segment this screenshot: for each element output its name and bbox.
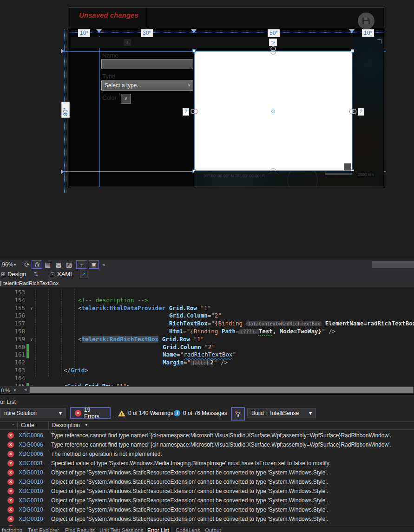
code-line[interactable]: 164 xyxy=(0,375,414,383)
design-horizontal-scrollbar[interactable] xyxy=(372,261,414,268)
snaplines-button[interactable]: + xyxy=(76,260,87,269)
column-splitter-icon[interactable] xyxy=(191,29,197,33)
margin-top-chain-icon[interactable] xyxy=(270,46,276,55)
messages-filter-button[interactable]: i 0 of 76 Messages xyxy=(170,408,231,419)
tab-xaml[interactable]: XAML xyxy=(57,269,73,279)
margin-left-value[interactable]: 2 xyxy=(183,108,189,116)
warnings-filter-button[interactable]: ! 0 of 140 Warnings xyxy=(114,408,177,419)
code-line[interactable]: 155∨<telerik:HtmlDataProvider Grid.Row="… xyxy=(0,305,414,312)
name-textbox[interactable] xyxy=(101,59,193,69)
color-combobox[interactable]: ˅ xyxy=(121,94,131,104)
scope-filter-dropdown[interactable]: ntire Solution ▾ xyxy=(0,408,66,418)
errors-filter-button[interactable]: ✕ 19 Errors xyxy=(70,407,111,419)
code-line[interactable]: 159∨<telerik:RadRichTextBox Grid.Row="1" xyxy=(0,336,414,344)
error-description[interactable]: Object of type 'System.Windows.StaticRes… xyxy=(51,479,328,485)
error-code[interactable]: XDG0006 xyxy=(19,432,43,439)
column-splitter-icon[interactable] xyxy=(96,29,102,33)
error-description[interactable]: Specified value of type 'System.Windows.… xyxy=(51,460,330,467)
error-table-row[interactable]: ✕XDG0010Object of type 'System.Windows.S… xyxy=(0,514,414,524)
error-description[interactable]: Object of type 'System.Windows.StaticRes… xyxy=(51,506,328,513)
sort-priority-icon[interactable]: ⁼ xyxy=(12,423,14,428)
margin-top-auto[interactable]: ∿ xyxy=(269,39,277,46)
grid-options-icon[interactable]: ▩ xyxy=(55,260,61,269)
editor-zoom-value[interactable]: 0 % xyxy=(1,386,10,395)
error-table-row[interactable]: ✕XDG0031Specified value of type 'System.… xyxy=(0,459,414,468)
row-splitter-icon[interactable] xyxy=(61,49,64,53)
snap-to-grid-button[interactable]: ▣ xyxy=(89,260,99,269)
error-code[interactable]: XDG0010 xyxy=(19,488,43,494)
add-folder-icon[interactable]: + xyxy=(124,39,131,46)
error-table-row[interactable]: ✕XDG0006Type reference cannot find type … xyxy=(0,440,414,449)
error-code[interactable]: XDG0010 xyxy=(19,469,43,476)
checker-background-icon[interactable]: ▨ xyxy=(66,260,72,269)
bottom-tab-test-explorer[interactable]: Test Explorer xyxy=(26,527,61,532)
error-table-row[interactable]: ✕XDG0006The method or operation is not i… xyxy=(0,449,414,459)
error-description[interactable]: Object of type 'System.Windows.StaticRes… xyxy=(51,469,328,476)
fold-collapse-icon[interactable]: ∨ xyxy=(30,336,33,343)
code-line[interactable]: 161Name="radRichTextBox" xyxy=(0,351,414,359)
bottom-tab-factoring[interactable]: factoring xyxy=(0,527,24,532)
editor-hscroll-track[interactable] xyxy=(29,387,414,393)
column-header-code[interactable]: Code xyxy=(21,422,34,428)
editor-hscroll-thumb[interactable] xyxy=(30,387,413,393)
selection-handle[interactable] xyxy=(192,49,196,52)
fold-collapse-icon[interactable]: ∨ xyxy=(30,305,33,312)
code-line[interactable]: 158Html="{Binding Path=(???).Test, Mode=… xyxy=(0,328,414,336)
error-table-row[interactable]: ✕XDG0010Object of type 'System.Windows.S… xyxy=(0,477,414,487)
error-table-row[interactable]: ✕XDG0010Object of type 'System.Windows.S… xyxy=(0,487,414,496)
error-code[interactable]: XDG0010 xyxy=(19,506,43,513)
column-size-label[interactable]: 10* xyxy=(78,29,90,37)
row-size-label[interactable]: 80* xyxy=(62,102,70,118)
column-header-description[interactable]: Description xyxy=(52,422,80,428)
zoom-caret-icon[interactable]: ▾ xyxy=(14,260,16,269)
code-line[interactable]: 163</Grid> xyxy=(0,367,414,375)
code-line[interactable]: 162Margin="[all:]2" /> xyxy=(0,359,414,367)
column-size-label[interactable]: 10* xyxy=(362,29,374,37)
bottom-tab-find-results[interactable]: Find Results xyxy=(63,527,97,532)
error-description[interactable]: Object of type 'System.Windows.StaticRes… xyxy=(51,516,328,522)
margin-right-value[interactable]: 2 xyxy=(358,108,364,116)
save-button[interactable] xyxy=(358,13,375,29)
error-description[interactable]: Object of type 'System.Windows.StaticRes… xyxy=(51,497,328,504)
error-table-row[interactable]: ✕XDG0010Object of type 'System.Windows.S… xyxy=(0,496,414,505)
error-code[interactable]: XDG0031 xyxy=(19,460,43,467)
error-description[interactable]: Type reference cannot find type named '{… xyxy=(51,432,391,439)
error-description[interactable]: Object of type 'System.Windows.StaticRes… xyxy=(51,488,328,494)
bottom-tab-unit-test-sessions[interactable]: Unit Test Sessions xyxy=(98,527,145,532)
error-code[interactable]: XDG0006 xyxy=(19,451,43,457)
column-size-label[interactable]: 30* xyxy=(141,29,153,37)
row-splitter-icon[interactable] xyxy=(61,169,64,174)
bottom-tab-output[interactable]: Output xyxy=(203,527,223,532)
bottom-tab-error-list[interactable]: Error List xyxy=(145,527,171,532)
source-filter-dropdown[interactable]: Build + IntelliSense ▾ xyxy=(247,408,316,418)
error-code[interactable]: XDG0006 xyxy=(19,441,43,448)
error-code[interactable]: XDG0010 xyxy=(19,479,43,485)
scroll-left-icon[interactable]: ◄ xyxy=(23,387,27,392)
code-line[interactable]: 157RichTextBox="{Binding DataContext=Rad… xyxy=(0,320,414,328)
show-grid-icon[interactable]: ▦ xyxy=(45,260,51,269)
filter-button[interactable] xyxy=(231,407,245,421)
error-table-row[interactable]: ✕XDG0010Object of type 'System.Windows.S… xyxy=(0,505,414,514)
selection-handle[interactable] xyxy=(351,49,354,52)
refresh-icon[interactable]: ⟳ xyxy=(24,260,30,269)
type-combobox[interactable]: Select a type... ˅ xyxy=(101,80,193,91)
column-splitter-icon[interactable] xyxy=(349,29,355,33)
xaml-code-editor[interactable]: 153154<!-- description -->155∨<telerik:H… xyxy=(0,287,414,386)
code-line[interactable]: 153 xyxy=(0,289,414,297)
margin-left-chain-icon[interactable] xyxy=(191,108,198,115)
error-code[interactable]: XDG0010 xyxy=(19,516,43,522)
code-line[interactable]: 156Grid.Column="2" xyxy=(0,312,414,320)
error-description[interactable]: The method or operation is not implement… xyxy=(51,451,162,457)
collapse-splitter-icon[interactable]: ◄ xyxy=(101,260,105,269)
error-table-row[interactable]: ✕XDG0010Object of type 'System.Windows.S… xyxy=(0,468,414,477)
code-line[interactable]: 154<!-- description --> xyxy=(0,297,414,305)
breadcrumb[interactable]: telerik:RadRichTextBox xyxy=(3,280,59,287)
tab-design[interactable]: Design xyxy=(7,269,26,279)
fold-collapse-icon[interactable]: ∨ xyxy=(30,383,33,386)
code-line[interactable]: 160Grid.Column="2" xyxy=(0,344,414,351)
bottom-tab-codelens[interactable]: CodeLens xyxy=(174,527,202,532)
error-table-row[interactable]: ✕XDG0006Type reference cannot find type … xyxy=(0,431,414,440)
editor-zoom-caret-icon[interactable]: ▾ xyxy=(14,386,16,395)
swap-panes-icon[interactable]: ⇅ xyxy=(33,269,39,279)
popout-pane-icon[interactable]: ↗ xyxy=(80,271,87,278)
